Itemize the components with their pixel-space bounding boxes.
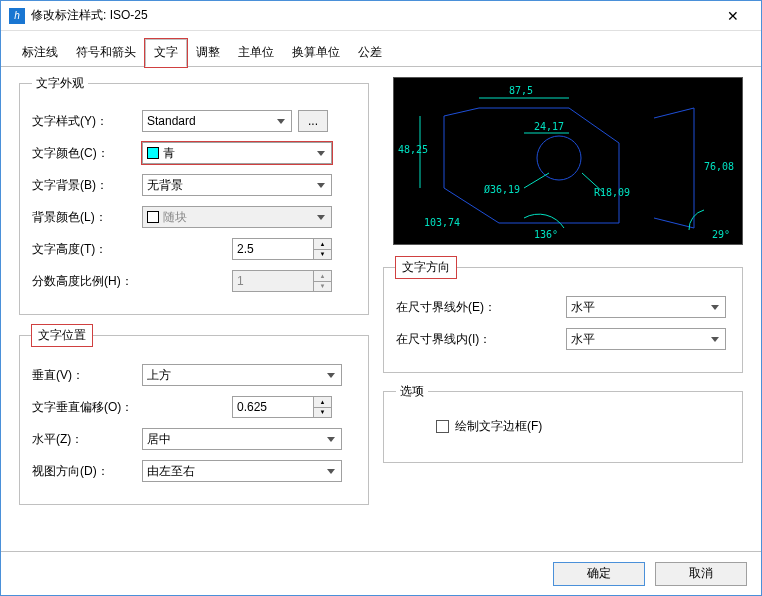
checkbox-box-icon (436, 420, 449, 433)
left-column: 文字外观 文字样式(Y)： Standard ... 文字颜色(C)： 青 (19, 75, 369, 505)
spin-up-icon[interactable]: ▲ (314, 239, 331, 250)
preview-pane: 87,5 48,25 24,17 76,08 Ø36,19 R18,09 103… (393, 77, 743, 245)
color-swatch-cyan (147, 147, 159, 159)
dialog-window: h 修改标注样式: ISO-25 ✕ 标注线 符号和箭头 文字 调整 主单位 换… (0, 0, 762, 596)
preview-svg: 87,5 48,25 24,17 76,08 Ø36,19 R18,09 103… (394, 78, 744, 246)
select-inside-value: 水平 (571, 331, 595, 348)
close-button[interactable]: ✕ (713, 2, 753, 30)
select-text-color-value: 青 (163, 145, 175, 162)
preview-dim-top: 87,5 (509, 85, 533, 96)
tab-strip: 标注线 符号和箭头 文字 调整 主单位 换算单位 公差 (1, 31, 761, 67)
browse-label: ... (308, 114, 318, 128)
label-text-style: 文字样式(Y)： (32, 113, 142, 130)
label-bg-color: 背景颜色(L)： (32, 209, 142, 226)
svg-line-8 (524, 173, 549, 188)
legend-placement: 文字位置 (32, 325, 92, 346)
tab-text[interactable]: 文字 (145, 39, 187, 67)
svg-line-1 (654, 218, 694, 228)
tab-dim-lines[interactable]: 标注线 (13, 39, 67, 66)
spin-down-icon: ▼ (314, 282, 331, 292)
select-horizontal[interactable]: 居中 (142, 428, 342, 450)
svg-point-3 (537, 136, 581, 180)
select-text-color[interactable]: 青 (142, 142, 332, 164)
spin-down-icon[interactable]: ▼ (314, 408, 331, 418)
legend-direction: 文字方向 (396, 257, 456, 278)
label-text-color: 文字颜色(C)： (32, 145, 142, 162)
checkbox-draw-frame[interactable]: 绘制文字边框(F) (436, 418, 542, 435)
tab-symbols-arrows[interactable]: 符号和箭头 (67, 39, 145, 66)
label-text-bg: 文字背景(B)： (32, 177, 142, 194)
svg-line-0 (654, 108, 694, 118)
select-inside[interactable]: 水平 (566, 328, 726, 350)
cancel-button[interactable]: 取消 (655, 562, 747, 586)
window-title: 修改标注样式: ISO-25 (31, 7, 713, 24)
select-vertical[interactable]: 上方 (142, 364, 342, 386)
label-vertical: 垂直(V)： (32, 367, 142, 384)
right-column: 文字方向 在尺寸界线外(E)： 水平 在尺寸界线内(I)： 水平 选项 (383, 257, 743, 473)
select-outside-value: 水平 (571, 299, 595, 316)
checkbox-draw-frame-label: 绘制文字边框(F) (455, 418, 542, 435)
spin-up-icon: ▲ (314, 271, 331, 282)
tab-primary-units[interactable]: 主单位 (229, 39, 283, 66)
tab-tolerances[interactable]: 公差 (349, 39, 391, 66)
group-text-placement: 文字位置 垂直(V)： 上方 文字垂直偏移(O)： ▲▼ 水平(Z)： (19, 325, 369, 505)
select-view-dir[interactable]: 由左至右 (142, 460, 342, 482)
legend-options: 选项 (396, 383, 428, 400)
tab-alt-units[interactable]: 换算单位 (283, 39, 349, 66)
label-horizontal: 水平(Z)： (32, 431, 142, 448)
select-vertical-value: 上方 (147, 367, 171, 384)
preview-dim-right: 76,08 (704, 161, 734, 172)
input-offset[interactable] (233, 397, 313, 417)
group-options: 选项 绘制文字边框(F) (383, 383, 743, 463)
label-frac-height: 分数高度比例(H)： (32, 273, 232, 290)
browse-text-style-button[interactable]: ... (298, 110, 328, 132)
select-horizontal-value: 居中 (147, 431, 171, 448)
preview-radius: R18,09 (594, 187, 630, 198)
select-text-bg[interactable]: 无背景 (142, 174, 332, 196)
preview-ordinate: 103,74 (424, 217, 460, 228)
spin-offset[interactable]: ▲▼ (232, 396, 332, 418)
spin-up-icon[interactable]: ▲ (314, 397, 331, 408)
spin-text-height[interactable]: ▲▼ (232, 238, 332, 260)
label-inside: 在尺寸界线内(I)： (396, 331, 566, 348)
dialog-footer: 确定 取消 (1, 551, 761, 595)
input-text-height[interactable] (233, 239, 313, 259)
legend-appearance: 文字外观 (32, 75, 88, 92)
color-swatch-byblock (147, 211, 159, 223)
ok-button[interactable]: 确定 (553, 562, 645, 586)
group-text-direction: 文字方向 在尺寸界线外(E)： 水平 在尺寸界线内(I)： 水平 (383, 257, 743, 373)
title-bar: h 修改标注样式: ISO-25 ✕ (1, 1, 761, 31)
label-text-height: 文字高度(T)： (32, 241, 232, 258)
preview-dim-short: 24,17 (534, 121, 564, 132)
preview-dim-left: 48,25 (398, 144, 428, 155)
label-outside: 在尺寸界线外(E)： (396, 299, 566, 316)
select-outside[interactable]: 水平 (566, 296, 726, 318)
select-view-dir-value: 由左至右 (147, 463, 195, 480)
app-icon: h (9, 8, 25, 24)
preview-diameter: Ø36,19 (484, 184, 520, 195)
select-text-style[interactable]: Standard (142, 110, 292, 132)
group-text-appearance: 文字外观 文字样式(Y)： Standard ... 文字颜色(C)： 青 (19, 75, 369, 315)
select-bg-color-value: 随块 (163, 209, 187, 226)
input-frac-height (233, 271, 313, 291)
tab-fit[interactable]: 调整 (187, 39, 229, 66)
spin-frac-height: ▲▼ (232, 270, 332, 292)
select-text-bg-value: 无背景 (147, 177, 183, 194)
preview-angle2: 29° (712, 229, 730, 240)
label-view-dir: 视图方向(D)： (32, 463, 142, 480)
spin-down-icon[interactable]: ▼ (314, 250, 331, 260)
content-area: 文字外观 文字样式(Y)： Standard ... 文字颜色(C)： 青 (1, 67, 761, 572)
select-text-style-value: Standard (147, 114, 196, 128)
preview-angle1: 136° (534, 229, 558, 240)
select-bg-color: 随块 (142, 206, 332, 228)
label-offset: 文字垂直偏移(O)： (32, 399, 232, 416)
